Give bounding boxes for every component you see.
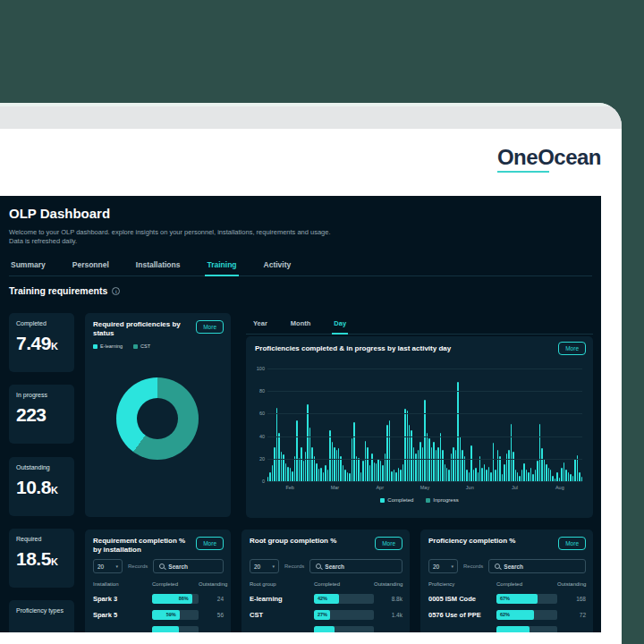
col-header-completed: Completed	[152, 581, 199, 587]
records-count-select[interactable]: 20▾	[428, 559, 458, 573]
chart-legend-completed: Completed	[380, 497, 413, 503]
table-card-0: Requirement completion % by installation…	[85, 530, 231, 632]
search-placeholder: Search	[168, 564, 188, 570]
tab-training[interactable]: Training	[205, 255, 238, 275]
x-tick-apr: Apr	[358, 485, 402, 490]
bar	[436, 450, 436, 481]
row-name: 0576 Use of PPE	[428, 611, 496, 619]
bar	[475, 468, 476, 481]
progress-fill: 67%	[496, 594, 538, 604]
search-input[interactable]: Search	[153, 559, 224, 573]
progress-label: 86%	[152, 596, 192, 601]
bar	[561, 468, 562, 481]
table-header-row: Root groupCompletedOutstanding	[250, 581, 402, 587]
col-header-outstanding: Outstanding	[199, 581, 224, 587]
search-input[interactable]: Search	[488, 559, 586, 573]
table-more-button[interactable]: More	[375, 537, 402, 550]
col-header-outstanding: Outstanding	[374, 581, 402, 587]
stat-label: Completed	[16, 320, 47, 326]
bar	[329, 430, 330, 481]
table-header-row: ProficiencyCompletedOutstanding	[428, 581, 586, 587]
bar	[292, 471, 292, 481]
bar	[556, 472, 557, 481]
stat-value-suffix: K	[51, 341, 57, 352]
search-icon	[159, 564, 165, 569]
legend-swatch	[133, 344, 138, 349]
progress-fill: 86%	[152, 594, 192, 604]
bar	[353, 422, 354, 481]
search-placeholder: Search	[325, 564, 344, 570]
bar	[398, 468, 399, 481]
search-input[interactable]: Search	[309, 559, 402, 573]
table-more-button[interactable]: More	[558, 537, 586, 550]
bar	[546, 464, 547, 481]
row-bar-cell	[496, 626, 557, 633]
stat-card-completed: Completed7.49K	[9, 313, 74, 372]
records-count-select[interactable]: 20▾	[250, 559, 279, 573]
records-count-select[interactable]: 20▾	[93, 559, 123, 573]
stat-card-outstanding: Outstanding10.8K	[9, 457, 74, 516]
chart-more-button[interactable]: More	[558, 342, 586, 355]
x-axis-labels: FebMarAprMayJunJulAug	[267, 485, 582, 490]
table-row: 0576 Use of PPE62%72	[428, 606, 586, 623]
bar	[464, 456, 465, 481]
period-tab-day[interactable]: Day	[332, 315, 348, 334]
col-header-root-group: Root group	[250, 581, 314, 587]
period-tab-month[interactable]: Month	[289, 315, 313, 334]
gridline-0	[267, 481, 582, 482]
bar	[502, 474, 503, 481]
bar	[360, 472, 361, 481]
info-icon[interactable]: i	[112, 287, 120, 295]
table-row: E-learning42%8.8k	[250, 590, 402, 606]
tab-summary[interactable]: Summary	[9, 255, 47, 275]
bar	[367, 447, 368, 481]
search-placeholder: Search	[504, 564, 523, 570]
bar	[391, 471, 392, 481]
row-outstanding: 8.8k	[374, 596, 402, 602]
bar	[400, 470, 401, 481]
page-title: OLP Dashboard	[9, 206, 110, 221]
stat-value: 7.49K	[16, 333, 57, 354]
bar	[532, 474, 533, 481]
bar	[369, 465, 370, 481]
progress-track: 62%	[496, 610, 557, 620]
bar	[352, 438, 352, 481]
bar	[358, 458, 359, 481]
row-name: Spark 3	[93, 595, 152, 603]
bar	[526, 470, 527, 481]
donut-more-button[interactable]: More	[196, 320, 224, 334]
bar	[517, 472, 518, 481]
bar	[428, 438, 429, 481]
bar	[299, 458, 300, 481]
stat-value: 18.5K	[16, 548, 57, 570]
col-header-completed: Completed	[496, 581, 557, 587]
y-tick-label: 80	[249, 388, 265, 394]
period-tab-year[interactable]: Year	[251, 315, 269, 334]
gridline-20	[267, 459, 582, 460]
bar	[453, 447, 453, 481]
period-tabs: YearMonthDay	[246, 315, 593, 335]
tab-activity[interactable]: Activity	[262, 255, 293, 275]
bar	[486, 470, 487, 481]
chevron-down-icon: ▾	[115, 564, 118, 569]
stat-label: In progress	[16, 392, 47, 398]
records-label: Records	[463, 564, 483, 569]
table-more-button[interactable]: More	[196, 537, 224, 550]
tab-installations[interactable]: Installations	[134, 255, 182, 275]
progress-fill: 27%	[314, 610, 330, 620]
stat-card-in-progress: In progress223	[9, 385, 74, 444]
logo-underline	[497, 171, 549, 174]
bar	[402, 464, 403, 481]
bar	[311, 447, 312, 481]
stat-value-suffix: K	[51, 485, 57, 496]
bar	[565, 470, 566, 481]
stat-card-proficiency-types: Proficiency types	[9, 600, 74, 632]
bar	[550, 470, 551, 481]
bar	[457, 382, 458, 481]
x-tick-jul: Jul	[492, 485, 537, 490]
bar	[274, 447, 275, 481]
screen: OneOcean OLP Dashboard Welcome to your O…	[0, 0, 644, 644]
table-card-1: Root group completion %More20▾RecordsSea…	[242, 530, 410, 632]
y-tick-label: 40	[249, 434, 265, 439]
tab-personnel[interactable]: Personnel	[71, 255, 111, 275]
